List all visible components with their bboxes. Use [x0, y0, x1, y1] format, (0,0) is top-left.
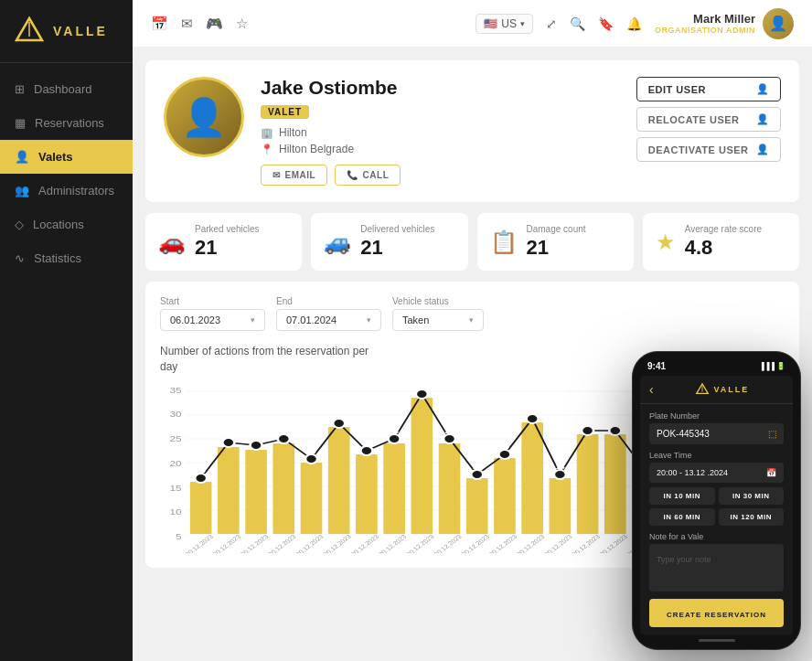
- bell-icon[interactable]: 🔔: [626, 16, 642, 31]
- dashboard-icon: ⊞: [15, 82, 25, 96]
- svg-rect-17: [218, 447, 240, 534]
- location-pin-icon: 📍: [261, 144, 273, 155]
- stat-value: 21: [527, 236, 586, 260]
- in-60-min-button[interactable]: IN 60 MIN: [649, 508, 715, 526]
- reservations-icon: ▦: [15, 116, 26, 130]
- phone-home-indicator: [699, 639, 735, 642]
- svg-text:21: 21: [251, 434, 262, 442]
- create-reservation-button[interactable]: CREATE RESERVATION: [649, 599, 784, 627]
- chevron-down-icon: ▾: [520, 19, 525, 28]
- sidebar-item-valets[interactable]: 👤 Valets: [0, 140, 133, 174]
- svg-point-37: [195, 474, 207, 483]
- profile-avatar: 👤: [164, 77, 244, 157]
- email-btn-icon: ✉: [272, 170, 281, 180]
- svg-rect-21: [328, 427, 350, 534]
- phone-logo: VALLE: [695, 382, 749, 397]
- svg-text:25: 25: [582, 420, 593, 427]
- call-button[interactable]: 📞 CALL: [335, 165, 401, 186]
- profile-action-buttons: ✉ EMAIL 📞 CALL: [261, 165, 781, 186]
- create-reservation-label: CREATE RESERVATION: [667, 611, 766, 619]
- mail-icon[interactable]: ✉: [181, 16, 193, 32]
- stat-value: 21: [360, 236, 434, 260]
- delivery-icon: 🚙: [324, 229, 351, 255]
- relocate-user-button[interactable]: RELOCATE USER 👤: [636, 107, 781, 132]
- in-120-min-button[interactable]: IN 120 MIN: [719, 508, 785, 526]
- svg-text:23: 23: [390, 428, 400, 435]
- email-button[interactable]: ✉ EMAIL: [261, 165, 327, 186]
- note-textarea[interactable]: Type your note: [649, 544, 784, 592]
- svg-point-48: [498, 450, 510, 459]
- svg-text:20.12.2023: 20.12.2023: [377, 533, 408, 552]
- svg-text:10: 10: [169, 506, 181, 516]
- bookmark-icon[interactable]: 🔖: [598, 16, 614, 31]
- right-action-buttons: EDIT USER 👤 RELOCATE USER 👤 DEACTIVATE U…: [636, 77, 781, 162]
- svg-text:20.12.2023: 20.12.2023: [184, 533, 215, 552]
- svg-text:34: 34: [417, 384, 427, 390]
- edit-user-button[interactable]: EDIT USER 👤: [636, 77, 781, 101]
- sidebar-item-administrators[interactable]: 👥 Administrators: [0, 174, 133, 208]
- svg-text:27: 27: [335, 412, 345, 420]
- search-icon[interactable]: 🔍: [570, 16, 585, 31]
- svg-text:25: 25: [169, 433, 181, 442]
- start-select[interactable]: 06.01.2023 ▾: [160, 309, 265, 331]
- user-name: Mark Miller: [655, 12, 755, 26]
- chevron-end-icon: ▾: [367, 315, 371, 325]
- svg-text:20.12.2023: 20.12.2023: [349, 533, 380, 552]
- in-10-min-button[interactable]: IN 10 MIN: [649, 487, 715, 505]
- svg-text:20: 20: [169, 458, 181, 467]
- svg-text:20.12.2023: 20.12.2023: [571, 533, 602, 552]
- stat-label: Damage count: [527, 224, 586, 234]
- status-label: Vehicle status: [392, 296, 484, 306]
- game-icon[interactable]: 🎮: [206, 16, 223, 32]
- sidebar-item-locations[interactable]: ◇ Locations: [0, 208, 133, 241]
- leave-time-input[interactable]: 20:00 - 13.12 .2024 📅: [649, 463, 784, 483]
- svg-point-38: [222, 438, 234, 447]
- svg-rect-23: [383, 443, 405, 534]
- end-select[interactable]: 07.01.2024 ▾: [276, 309, 381, 331]
- end-filter: End 07.01.2024 ▾: [276, 296, 381, 331]
- stat-card-delivered: 🚙 Delivered vehicles 21: [311, 213, 467, 271]
- svg-point-44: [389, 434, 401, 443]
- svg-text:35: 35: [169, 385, 181, 394]
- svg-rect-18: [245, 450, 267, 534]
- end-value: 07.01.2024: [286, 315, 337, 325]
- logo-text: VALLE: [53, 24, 108, 38]
- sidebar-item-statistics[interactable]: ∿ Statistics: [0, 241, 133, 275]
- svg-text:20.12.2023: 20.12.2023: [405, 533, 436, 552]
- car-icon: 🚗: [158, 229, 186, 255]
- svg-text:23: 23: [444, 428, 454, 435]
- svg-rect-28: [521, 422, 543, 534]
- svg-point-51: [582, 426, 593, 435]
- phone-back-icon[interactable]: ‹: [649, 382, 654, 397]
- end-label: End: [276, 296, 381, 306]
- sidebar-item-label: Statistics: [34, 251, 81, 265]
- svg-rect-20: [301, 463, 323, 534]
- plate-label: Plate Number: [649, 411, 784, 421]
- flag-selector[interactable]: 🇺🇸 US ▾: [475, 14, 533, 34]
- star-icon[interactable]: ☆: [236, 16, 248, 32]
- svg-rect-25: [439, 443, 461, 534]
- sidebar-item-dashboard[interactable]: ⊞ Dashboard: [0, 72, 133, 106]
- plate-value: POK-445343: [657, 429, 710, 439]
- svg-text:20.12.2023: 20.12.2023: [598, 533, 629, 552]
- svg-text:5: 5: [176, 531, 182, 540]
- svg-rect-26: [466, 478, 488, 534]
- sidebar-item-reservations[interactable]: ▦ Reservations: [0, 106, 133, 140]
- calendar-icon[interactable]: 📅: [151, 16, 168, 32]
- svg-text:20: 20: [362, 440, 372, 447]
- status-filter: Vehicle status Taken ▾: [392, 296, 484, 331]
- svg-rect-19: [272, 443, 294, 534]
- stat-card-damage: 📋 Damage count 21: [477, 213, 634, 271]
- in-30-min-button[interactable]: IN 30 MIN: [719, 487, 785, 505]
- status-select[interactable]: Taken ▾: [392, 309, 484, 331]
- deactivate-user-button[interactable]: DEACTIVATE USER 👤: [636, 137, 781, 162]
- svg-text:14: 14: [555, 464, 565, 471]
- sidebar: VALLE ⊞ Dashboard ▦ Reservations 👤 Valet…: [0, 0, 133, 661]
- note-placeholder: Type your note: [657, 555, 711, 564]
- main-area: 📅 ✉ 🎮 ☆ 🇺🇸 US ▾ ⤢ 🔍 🔖 🔔 Mark Miller ORGA…: [133, 0, 812, 661]
- deactivate-icon: 👤: [756, 144, 770, 155]
- plate-input[interactable]: POK-445343 ⬚: [649, 423, 784, 444]
- svg-text:30: 30: [169, 409, 181, 418]
- stat-label: Parked vehicles: [195, 224, 260, 234]
- expand-icon[interactable]: ⤢: [546, 16, 557, 31]
